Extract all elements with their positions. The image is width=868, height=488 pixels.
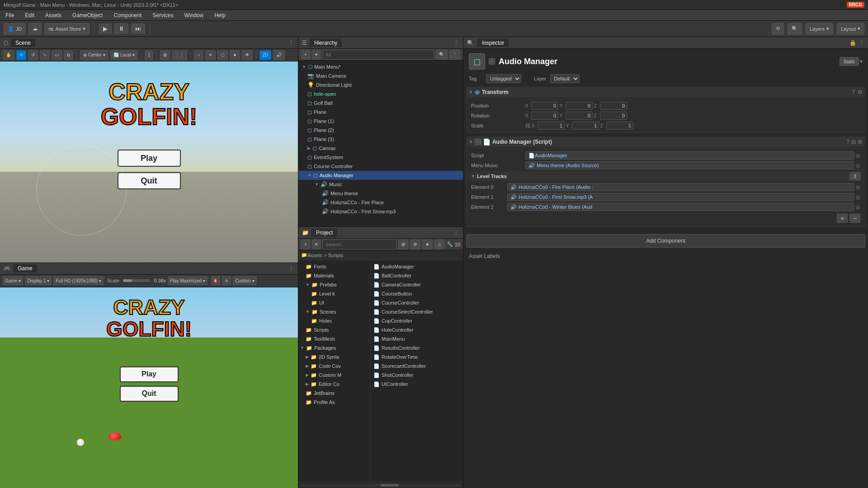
game-menu-btn[interactable]: ⋮	[288, 265, 294, 272]
menu-assets[interactable]: Assets	[43, 11, 63, 19]
tab-hierarchy[interactable]: Hierarchy	[310, 39, 342, 47]
gizmo-snap-btn[interactable]: ⋮⋮	[172, 50, 187, 60]
transform-header[interactable]: ▼ ⊕ Transform ? ⚙	[466, 87, 865, 98]
hierarchy-add-btn[interactable]: +	[301, 50, 310, 60]
tab-inspector[interactable]: Inspector	[477, 39, 509, 47]
lighting-btn[interactable]: ☀	[205, 50, 216, 60]
project-file-cupcontroller[interactable]: 📄 CupController	[371, 316, 463, 325]
cloud-btn[interactable]: ☁	[28, 23, 42, 35]
undo-btn[interactable]: ⟲	[772, 23, 784, 35]
project-star-btn[interactable]: ★	[422, 239, 433, 249]
element2-target-icon[interactable]: ◎	[856, 204, 860, 210]
tree-item-plane[interactable]: ◻ Plane	[298, 108, 463, 117]
play-button[interactable]: ▶	[99, 23, 112, 34]
fx-btn[interactable]: ★	[230, 50, 240, 60]
2d-mode-btn[interactable]: 2D	[259, 50, 272, 60]
snap-increment-btn[interactable]: 1	[145, 50, 154, 60]
project-file-uicontroller[interactable]: 📄 UIController	[371, 380, 463, 389]
transform-gear-icon[interactable]: ⚙	[858, 89, 863, 95]
hand-tool-btn[interactable]: ✋	[3, 50, 14, 60]
mute-btn[interactable]: 🔇	[211, 276, 220, 285]
project-filter-btn[interactable]: ▾	[312, 239, 321, 249]
render-mode-btn[interactable]: ○	[194, 50, 203, 60]
scene-play-btn[interactable]: Play	[118, 150, 181, 167]
menu-component[interactable]: Component	[112, 11, 143, 19]
project-folder-codecov[interactable]: ▶ 📁 Code Cov	[298, 361, 370, 371]
add-element-btn[interactable]: +	[837, 214, 848, 223]
project-folder-prefabs[interactable]: ▼ 📁 Prefabs	[298, 280, 370, 289]
project-add-btn[interactable]: +	[301, 239, 310, 249]
project-file-courseselectcontroller[interactable]: 📄 CourseSelectController	[371, 307, 463, 316]
position-x-input[interactable]	[531, 102, 558, 110]
scene-menu-btn[interactable]: ⋮	[288, 39, 294, 47]
menu-window[interactable]: Window	[182, 11, 205, 19]
audiomgr-preset-icon[interactable]: ⊟	[851, 139, 856, 145]
tab-scene[interactable]: Scene	[11, 39, 35, 47]
menu-edit[interactable]: Edit	[23, 11, 36, 19]
tree-item-music[interactable]: ▼ 🔊 Music	[298, 180, 463, 189]
rotation-x-input[interactable]	[531, 112, 558, 120]
game-mode-dropdown[interactable]: Game ▾	[3, 276, 23, 285]
tree-item-menutheme[interactable]: 🔊 Menu theme	[298, 189, 463, 198]
scale-y-input[interactable]	[572, 122, 599, 130]
hierarchy-filter-btn[interactable]: ▾	[312, 50, 321, 60]
tree-item-dirlight[interactable]: 💡 Directional Light	[298, 80, 463, 89]
scale-tool-btn[interactable]: ⤡	[40, 50, 50, 60]
menu-gameobject[interactable]: GameObject	[71, 11, 104, 19]
scene-quit-btn[interactable]: Quit	[118, 172, 181, 189]
tree-item-golfball[interactable]: ◻ Golf Ball	[298, 99, 463, 108]
tree-item-eventsystem[interactable]: ◻ EventSystem	[298, 153, 463, 162]
tree-item-maincamera[interactable]: 📷 Main Camera	[298, 71, 463, 80]
project-folder-levelk[interactable]: 📁 Level k	[298, 289, 370, 298]
hierarchy-lock-btn[interactable]: 🔍	[436, 50, 448, 60]
inspector-more-icon[interactable]: ⋮	[859, 40, 864, 46]
tab-game[interactable]: Game	[13, 264, 37, 272]
tag-select[interactable]: Untagged	[486, 74, 521, 83]
add-component-btn[interactable]: Add Component	[466, 234, 865, 248]
tree-item-coursecontroller[interactable]: ◻ Course Controller	[298, 162, 463, 171]
hierarchy-search[interactable]	[322, 50, 434, 60]
project-warning-btn[interactable]: ⚠	[434, 239, 445, 249]
static-dropdown-btn[interactable]: Static	[840, 57, 859, 66]
position-z-input[interactable]	[600, 102, 627, 110]
project-folder-customm[interactable]: ▶ 📁 Custom M	[298, 371, 370, 380]
scale-z-input[interactable]	[606, 122, 633, 130]
menu-music-target-icon[interactable]: ◎	[856, 163, 860, 169]
audio-btn[interactable]: 🔊	[273, 50, 285, 60]
project-menu-btn[interactable]: ⋮	[453, 229, 459, 236]
position-y-input[interactable]	[566, 102, 593, 110]
skybox-btn[interactable]: ⬡	[217, 50, 228, 60]
layers-dropdown[interactable]: Layers ▾	[806, 23, 833, 35]
tree-item-plane1[interactable]: ◻ Plane (1)	[298, 117, 463, 126]
local-global-btn[interactable]: 🔄 Local ▾	[110, 50, 138, 60]
hierarchy-more-btn[interactable]: ⋮	[449, 50, 460, 60]
project-file-audiomanager[interactable]: 📄 AudioManager	[371, 262, 463, 271]
tree-item-plane2[interactable]: ◻ Plane (2)	[298, 126, 463, 135]
project-file-rotateover[interactable]: 📄 RotateOverTime	[371, 352, 463, 361]
object-active-checkbox[interactable]: ✓	[489, 58, 495, 65]
layer-select[interactable]: Default	[550, 74, 580, 83]
level-tracks-count[interactable]: 3	[849, 172, 860, 180]
project-file-resultscontroller[interactable]: 📄 ResultsController	[371, 343, 463, 352]
element1-target-icon[interactable]: ◎	[856, 194, 860, 200]
scene-vis-btn[interactable]: 👁	[242, 50, 253, 60]
play-maximized-dropdown[interactable]: Play Maximized ▾	[168, 276, 208, 285]
display-dropdown[interactable]: Display 1 ▾	[25, 276, 52, 285]
transform-tool-btn[interactable]: ⧉	[64, 50, 73, 60]
project-file-shotcontroller[interactable]: 📄 ShotController	[371, 371, 463, 380]
audiomgr-gear-icon[interactable]: ⚙	[858, 139, 863, 145]
audio-manager-header[interactable]: ▼ ✓ 📄 Audio Manager (Script) ? ⊟ ⚙	[466, 136, 865, 147]
tree-item-audiomanager[interactable]: ▼ ◻ Audio Manager	[298, 171, 463, 180]
project-file-scorecard[interactable]: 📄 ScorecardController	[371, 361, 463, 371]
tree-item-plane3[interactable]: ◻ Plane (3)	[298, 135, 463, 144]
tree-item-mainmenu[interactable]: ▼ ⬡ Main Menu*	[298, 62, 463, 71]
rotate-tool-btn[interactable]: ↺	[28, 50, 38, 60]
rotation-z-input[interactable]	[600, 112, 627, 120]
project-file-cameracontroller[interactable]: 📄 CameraController	[371, 280, 463, 289]
tree-item-holeopen[interactable]: ◻ hole-open	[298, 89, 463, 99]
rect-tool-btn[interactable]: ▭	[52, 50, 62, 60]
center-pivot-btn[interactable]: ⊕ Center ▾	[80, 50, 108, 60]
game-quit-btn[interactable]: Quit	[120, 386, 179, 402]
project-file-mainmenu[interactable]: 📄 MainMenu	[371, 334, 463, 343]
project-folder-2dsprite[interactable]: ▶ 📁 2D Sprite	[298, 352, 370, 361]
